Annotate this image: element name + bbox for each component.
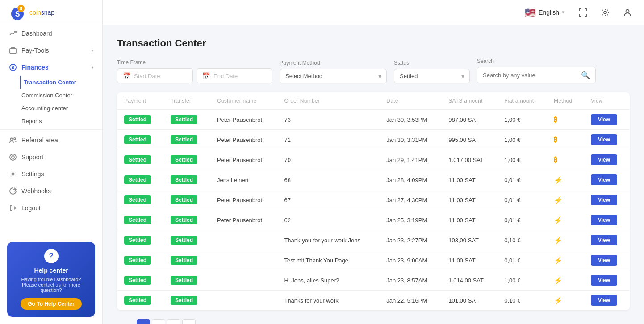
search-button[interactable]: 🔍 [576, 67, 595, 83]
payment-badge: Settled [124, 195, 151, 204]
cell-customer [210, 270, 277, 291]
settings-nav-icon [9, 170, 17, 178]
view-button[interactable]: View [591, 235, 617, 245]
calendar-start-icon: 📅 [123, 72, 130, 79]
cell-method: ₿ [547, 110, 584, 130]
sidebar-item-support[interactable]: Support [0, 149, 102, 166]
table-row: Settled Settled Peter Pausenbrot 71 Jan … [117, 130, 630, 150]
end-date-input[interactable]: 📅 End Date [197, 68, 272, 83]
col-sats: SATS amount [441, 92, 497, 110]
language-selector[interactable]: 🇺🇸 English ▾ [521, 5, 568, 20]
cell-payment: Settled [117, 250, 163, 270]
pagination-page-4-button[interactable]: 4 [182, 319, 196, 324]
lightning-icon: ⚡ [554, 176, 563, 184]
cell-date: Jan 30, 3:31PM [379, 130, 441, 150]
sidebar-item-settings[interactable]: Settings [0, 166, 102, 183]
sidebar-item-referral-area[interactable]: Referral area [0, 132, 102, 149]
cell-payment: Settled [117, 230, 163, 250]
view-button[interactable]: View [591, 174, 617, 185]
sidebar-item-commission-center[interactable]: Commission Center [21, 89, 102, 102]
sidebar-item-logout[interactable]: Logout [0, 199, 102, 216]
pagination-page-2-button[interactable]: 2 [152, 319, 165, 324]
svg-point-8 [11, 138, 13, 141]
referral-icon [9, 136, 17, 144]
cell-sats: 11,00 SAT [441, 210, 497, 230]
view-button[interactable]: View [591, 154, 617, 165]
cell-view: View [584, 210, 630, 230]
btc-icon: ₿ [554, 116, 557, 123]
logo[interactable]: S 8 coinsnap [9, 4, 54, 21]
view-button[interactable]: View [591, 275, 617, 286]
profile-button[interactable] [620, 5, 635, 20]
cell-method: ⚡ [547, 250, 584, 270]
cell-fiat: 1,00 € [497, 150, 547, 170]
view-button[interactable]: View [591, 215, 617, 225]
cell-customer: Jens Leinert [210, 170, 277, 190]
cell-customer: Peter Pausenbrot [210, 110, 277, 130]
pagination-next-button[interactable]: › [197, 322, 205, 324]
view-button[interactable]: View [591, 195, 617, 205]
payment-method-select[interactable]: Select Method [280, 69, 387, 83]
table-header: Payment Transfer Customer name Order Num… [117, 92, 630, 110]
cell-sats: 1.014,00 SAT [441, 270, 497, 291]
sidebar-item-webhooks-label: Webhooks [21, 187, 51, 195]
transfer-badge: Settled [171, 256, 197, 265]
go-to-help-center-button[interactable]: Go To Help Center [21, 298, 81, 310]
payment-badge: Settled [124, 175, 151, 184]
start-date-input[interactable]: 📅 Start Date [117, 68, 193, 83]
btc-icon: ₿ [554, 156, 557, 163]
cell-fiat: 0,01 € [497, 250, 547, 270]
pagination-page-1-button[interactable]: 1 [137, 319, 150, 324]
svg-point-10 [10, 154, 16, 160]
search-input[interactable] [477, 68, 576, 82]
table-row: Settled Settled Thank you for your work … [117, 230, 630, 250]
cell-sats: 11,00 SAT [441, 170, 497, 190]
cell-order: Hi Jens, alles Super? [277, 270, 379, 291]
fullscreen-button[interactable] [575, 5, 590, 20]
sidebar-item-webhooks[interactable]: Webhooks [0, 183, 102, 199]
table-row: Settled Settled Peter Pausenbrot 70 Jan … [117, 150, 630, 170]
view-button[interactable]: View [591, 114, 617, 125]
sidebar-item-pay-tools-label: Pay-Tools [21, 47, 49, 54]
status-filter: Status Settled [394, 60, 470, 83]
settings-button[interactable] [598, 5, 613, 20]
status-select[interactable]: Settled [394, 69, 470, 83]
cell-sats: 11,00 SAT [441, 250, 497, 270]
pagination-prev-button[interactable]: ‹ [128, 322, 135, 324]
cell-payment: Settled [117, 210, 163, 230]
search-label: Search [477, 58, 596, 64]
filters-bar: Time Frame 📅 Start Date 📅 End Date [117, 58, 630, 83]
cell-customer [210, 250, 277, 270]
svg-point-11 [12, 156, 14, 158]
pagination-first-button[interactable]: « [117, 322, 126, 324]
view-button[interactable]: View [591, 255, 617, 266]
sidebar: Dashboard Pay-Tools › [0, 25, 103, 324]
cell-method: ⚡ [547, 210, 584, 230]
pagination: « ‹ 1 2 3 4 › » [117, 319, 630, 324]
cell-date: Jan 27, 4:30PM [379, 190, 441, 210]
cell-sats: 995,00 SAT [441, 130, 497, 150]
sidebar-item-logout-label: Logout [21, 204, 41, 212]
pagination-page-3-button[interactable]: 3 [167, 319, 180, 324]
cell-transfer: Settled [163, 230, 210, 250]
cell-method: ⚡ [547, 291, 584, 311]
pagination-last-button[interactable]: » [207, 322, 216, 324]
sidebar-item-transaction-center[interactable]: Transaction Center [20, 76, 102, 89]
sidebar-item-finances[interactable]: Finances › [0, 59, 102, 76]
cell-fiat: 0,10 € [497, 230, 547, 250]
sidebar-item-reports[interactable]: Reports [21, 115, 102, 128]
sidebar-item-pay-tools[interactable]: Pay-Tools › [0, 42, 102, 59]
view-button[interactable]: View [591, 134, 617, 145]
sidebar-item-dashboard[interactable]: Dashboard [0, 25, 102, 42]
status-select-wrap: Settled [394, 69, 470, 83]
svg-point-4 [604, 11, 606, 14]
col-payment: Payment [117, 92, 163, 110]
view-button[interactable]: View [591, 295, 617, 306]
page-title: Transaction Center [117, 37, 630, 49]
sidebar-item-accounting-center[interactable]: Accounting center [21, 102, 102, 115]
cell-sats: 103,00 SAT [441, 230, 497, 250]
user-icon [623, 8, 631, 17]
cell-order: 62 [277, 210, 379, 230]
cell-view: View [584, 130, 630, 150]
col-method: Method [547, 92, 584, 110]
